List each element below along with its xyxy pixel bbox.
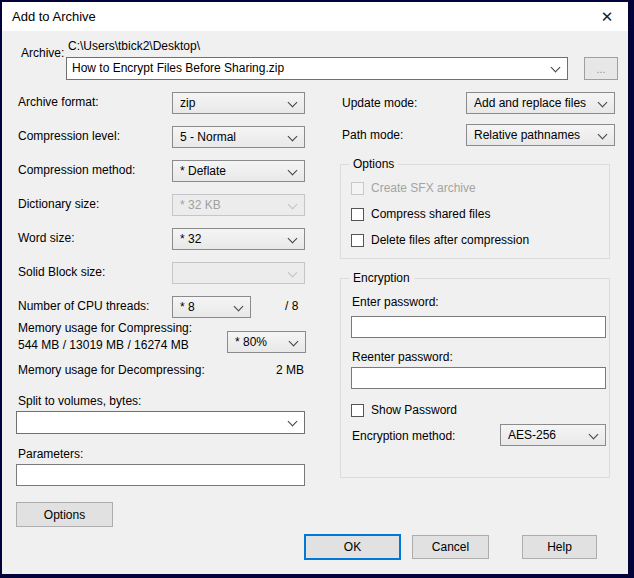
checkbox-icon[interactable] [351,208,364,221]
update-mode-value: Add and replace files [474,96,586,110]
chevron-down-icon [289,337,299,347]
compression-level-value: 5 - Normal [180,130,236,144]
reenter-password-input[interactable] [351,367,606,389]
dictionary-size-dropdown: * 32 KB [172,194,305,216]
update-mode-label: Update mode: [342,96,417,110]
path-mode-dropdown[interactable]: Relative pathnames [466,124,615,146]
help-button[interactable]: Help [522,535,597,559]
memory-compressing-detail: 544 MB / 13019 MB / 16274 MB [18,338,189,352]
word-size-dropdown[interactable]: * 32 [172,228,305,250]
compression-level-label: Compression level: [18,129,120,143]
split-volumes-label: Split to volumes, bytes: [18,394,141,408]
checkbox-icon[interactable] [351,404,364,417]
compress-shared-label: Compress shared files [371,207,490,221]
enter-password-input[interactable] [351,316,606,338]
options-group-title: Options [349,157,398,171]
chevron-down-icon [288,132,298,142]
window-frame: Add to Archive ✕ Archive: C:\Users\tbick… [0,0,634,578]
compression-level-dropdown[interactable]: 5 - Normal [172,126,305,148]
create-sfx-label: Create SFX archive [371,181,476,195]
update-mode-dropdown[interactable]: Add and replace files [466,92,615,114]
chevron-down-icon [288,268,298,278]
archive-name-combobox[interactable]: How to Encrypt Files Before Sharing.zip [66,57,568,80]
chevron-down-icon [288,234,298,244]
show-password-checkbox-row[interactable]: Show Password [351,403,457,417]
chevron-down-icon [288,200,298,210]
chevron-down-icon[interactable] [551,63,561,73]
chevron-down-icon [288,98,298,108]
memory-decompressing-value: 2 MB [232,363,304,377]
memory-compressing-label: Memory usage for Compressing: [18,321,192,335]
compression-method-label: Compression method: [18,163,135,177]
enter-password-label: Enter password: [352,295,439,309]
encryption-method-value: AES-256 [508,428,556,442]
chevron-down-icon [589,430,599,440]
compression-method-value: * Deflate [180,164,226,178]
archive-directory-path: C:\Users\tbick2\Desktop\ [68,39,200,53]
encryption-group-title: Encryption [349,271,414,285]
close-icon[interactable]: ✕ [595,5,619,28]
split-volumes-combobox[interactable] [16,411,305,434]
path-mode-label: Path mode: [342,128,403,142]
parameters-label: Parameters: [18,447,83,461]
encryption-method-dropdown[interactable]: AES-256 [500,424,606,446]
add-to-archive-dialog: Add to Archive ✕ Archive: C:\Users\tbick… [2,2,628,574]
dictionary-size-value: * 32 KB [180,198,221,212]
archive-format-label: Archive format: [18,95,99,109]
solid-block-size-dropdown [172,262,305,284]
word-size-value: * 32 [180,232,201,246]
chevron-down-icon [234,302,244,312]
archive-label: Archive: [21,46,64,60]
memory-decompressing-label: Memory usage for Decompressing: [18,363,205,377]
memory-usage-dropdown[interactable]: * 80% [227,331,306,353]
encryption-method-label: Encryption method: [352,429,455,443]
compress-shared-checkbox-row[interactable]: Compress shared files [351,207,490,221]
word-size-label: Word size: [18,231,74,245]
compression-method-dropdown[interactable]: * Deflate [172,160,305,182]
reenter-password-label: Reenter password: [352,350,453,364]
create-sfx-checkbox-row: Create SFX archive [351,181,476,195]
cpu-threads-value: * 8 [180,300,195,314]
window-title: Add to Archive [12,9,96,24]
parameters-input[interactable] [16,464,305,486]
archive-format-dropdown[interactable]: zip [172,92,305,114]
cpu-threads-dropdown[interactable]: * 8 [172,296,251,318]
dictionary-size-label: Dictionary size: [18,197,99,211]
archive-format-value: zip [180,96,195,110]
title-bar: Add to Archive ✕ [2,2,628,31]
options-button[interactable]: Options [16,502,113,527]
cancel-button[interactable]: Cancel [412,535,489,559]
ok-button[interactable]: OK [304,534,401,560]
chevron-down-icon[interactable] [288,417,298,427]
delete-after-compression-label: Delete files after compression [371,233,529,247]
cpu-threads-max: / 8 [285,299,298,313]
memory-usage-value: * 80% [235,335,267,349]
checkbox-icon [351,182,364,195]
chevron-down-icon [598,130,608,140]
show-password-label: Show Password [371,403,457,417]
chevron-down-icon [288,166,298,176]
delete-after-compression-checkbox-row[interactable]: Delete files after compression [351,233,529,247]
cpu-threads-label: Number of CPU threads: [18,299,149,313]
path-mode-value: Relative pathnames [474,128,580,142]
browse-button[interactable]: ... [584,57,618,80]
chevron-down-icon [598,98,608,108]
archive-name-value: How to Encrypt Files Before Sharing.zip [72,61,284,75]
solid-block-size-label: Solid Block size: [18,265,105,279]
checkbox-icon[interactable] [351,234,364,247]
